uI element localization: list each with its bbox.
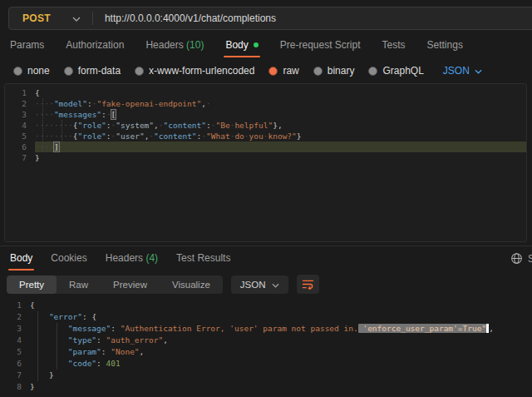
request-tabs: Params Authorization Headers (10) Body P… <box>10 39 463 57</box>
body-mode-row: noneform-datax-www-form-urlencodedrawbin… <box>13 65 482 77</box>
body-mode-x-www-form-urlencoded[interactable]: x-www-form-urlencoded <box>135 65 254 77</box>
body-mode-label: binary <box>328 65 355 77</box>
body-mode-label: GraphQL <box>382 65 423 77</box>
response-body-editor[interactable]: 1{2 "error": {3 "message": "Authenticati… <box>0 296 532 397</box>
radio-icon <box>268 67 278 76</box>
body-mode-label: none <box>27 65 50 77</box>
body-mode-binary[interactable]: binary <box>313 65 355 77</box>
line-number: 7 <box>5 152 35 163</box>
wrap-text-button[interactable] <box>297 275 319 294</box>
code-line: 2····"model":·"fake-openai-endpoint",· <box>5 98 526 109</box>
body-mode-GraphQL[interactable]: GraphQL <box>368 65 423 77</box>
response-toolbar: Pretty Raw Preview Visualize JSON <box>7 275 319 294</box>
line-number: 7 <box>0 370 30 381</box>
response-meta: S <box>510 252 532 265</box>
line-number: 2 <box>0 311 30 323</box>
line-number: 4 <box>0 335 30 346</box>
response-headers-count-badge: (4) <box>145 252 158 264</box>
view-visualize-button[interactable]: Visualize <box>160 275 223 294</box>
view-pretty-button[interactable]: Pretty <box>7 275 57 294</box>
active-tab-underline <box>224 56 259 57</box>
code-line: 5········{"role":·"user",·"content":·"Wh… <box>5 131 526 141</box>
code-line: 5 "param": "None", <box>0 346 532 358</box>
indent-guide <box>42 98 43 152</box>
request-body-editor[interactable]: 1{2····"model":·"fake-openai-endpoint",·… <box>4 83 527 242</box>
line-number: 6 <box>5 141 35 152</box>
code-line: 8} <box>0 381 532 393</box>
tab-settings[interactable]: Settings <box>427 39 463 57</box>
radio-icon <box>135 67 144 76</box>
line-number: 2 <box>5 98 35 109</box>
view-preview-button[interactable]: Preview <box>101 275 160 294</box>
line-number: 5 <box>5 131 35 141</box>
body-mode-label: x-www-form-urlencoded <box>149 65 254 77</box>
panel-divider <box>0 246 532 246</box>
code-line: 7} <box>5 152 526 163</box>
tab-params[interactable]: Params <box>10 39 44 57</box>
response-tab-cookies[interactable]: Cookies <box>51 252 86 270</box>
line-number: 1 <box>0 300 30 311</box>
body-mode-raw[interactable]: raw <box>268 65 298 77</box>
body-mode-label: form-data <box>78 65 121 77</box>
tab-body[interactable]: Body <box>225 39 258 57</box>
code-line: 1{ <box>5 87 526 98</box>
response-tab-test-results[interactable]: Test Results <box>176 252 230 270</box>
response-tab-headers[interactable]: Headers (4) <box>106 252 158 270</box>
indent-guide <box>62 120 62 141</box>
chevron-down-icon <box>475 65 482 77</box>
tab-tests[interactable]: Tests <box>382 39 406 57</box>
code-line: 2 "error": { <box>0 311 532 323</box>
code-line: 4 "type": "auth_error", <box>0 335 532 346</box>
line-number: 1 <box>5 87 35 98</box>
selected-text: 'enforce_user_param'=True" <box>358 324 486 333</box>
line-number: 4 <box>5 120 35 131</box>
globe-icon[interactable] <box>510 252 523 265</box>
response-language-select[interactable]: JSON <box>231 275 289 294</box>
indent-guide <box>37 311 38 381</box>
line-number: 6 <box>0 358 30 370</box>
radio-icon <box>13 67 22 76</box>
request-url-bar: POST http://0.0.0.0:4000/v1/chat/complet… <box>8 7 532 30</box>
response-view-switcher: Pretty Raw Preview Visualize <box>7 275 223 294</box>
radio-icon <box>313 67 323 76</box>
tab-headers[interactable]: Headers (10) <box>145 39 204 57</box>
response-tabs: Body Cookies Headers (4) Test Results <box>10 252 532 270</box>
body-mode-label: raw <box>283 65 298 77</box>
indent-guide <box>57 323 57 370</box>
active-tab-underline <box>8 269 34 270</box>
view-raw-button[interactable]: Raw <box>57 275 101 294</box>
wrap-text-icon <box>302 279 314 290</box>
body-mode-form-data[interactable]: form-data <box>64 65 121 77</box>
code-line: 6 "code": 401 <box>0 358 532 370</box>
radio-icon <box>368 67 377 76</box>
code-line: 1{ <box>0 300 532 311</box>
method-selector[interactable]: POST <box>9 12 51 24</box>
body-language-select[interactable]: JSON <box>443 65 482 77</box>
code-line: 6····] <box>5 141 526 152</box>
code-line: 7 } <box>0 370 532 381</box>
tab-pre-request-script[interactable]: Pre-request Script <box>280 39 361 57</box>
radio-icon <box>64 67 73 76</box>
headers-count-badge: (10) <box>186 39 204 51</box>
line-number: 3 <box>5 109 35 120</box>
url-input[interactable]: http://0.0.0.0:4000/v1/chat/completions <box>93 12 276 24</box>
body-modified-dot <box>254 42 259 47</box>
chevron-down-icon[interactable] <box>72 17 81 22</box>
line-number: 8 <box>0 381 30 393</box>
code-line: 4········{"role":·"system",·"content":·"… <box>5 120 526 131</box>
body-mode-none[interactable]: none <box>13 65 50 77</box>
line-number: 5 <box>0 346 30 358</box>
status-text-clipped: S <box>528 253 532 265</box>
line-number: 3 <box>0 323 30 335</box>
code-line: 3 "message": "Authentication Error, 'use… <box>0 323 532 335</box>
app-window: POST http://0.0.0.0:4000/v1/chat/complet… <box>0 0 532 397</box>
chevron-down-icon <box>272 280 279 290</box>
response-tab-body[interactable]: Body <box>10 252 32 270</box>
code-line: 3····"messages":·[ <box>5 109 526 120</box>
tab-authorization[interactable]: Authorization <box>66 39 124 57</box>
